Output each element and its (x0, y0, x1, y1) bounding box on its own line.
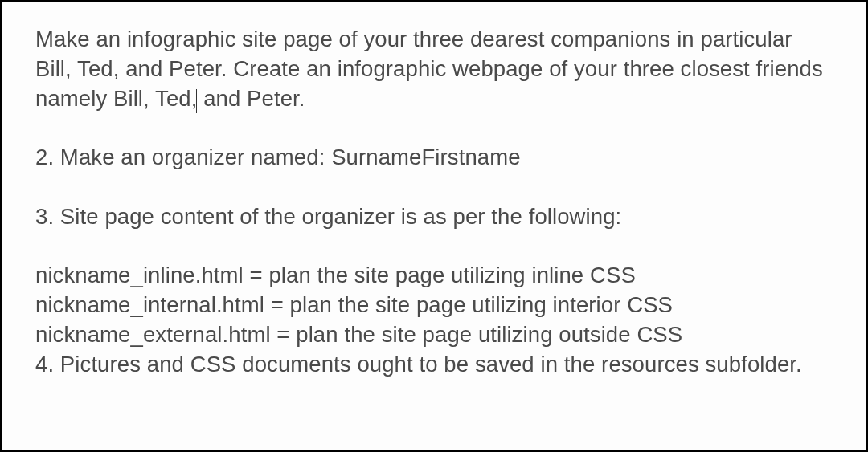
body-text: 4. Pictures and CSS documents ought to b… (35, 352, 802, 377)
paragraph-3: 3. Site page content of the organizer is… (35, 202, 833, 231)
body-text: and Peter. (197, 86, 305, 111)
body-text: 2. Make an organizer named: SurnameFirst… (35, 145, 521, 169)
body-text: Make an infographic site page of your th… (35, 26, 823, 111)
paragraph-4: nickname_inline.html = plan the site pag… (35, 260, 833, 380)
body-text: nickname_internal.html = plan the site p… (35, 292, 673, 317)
paragraph-1: Make an infographic site page of your th… (35, 24, 833, 113)
body-text: 3. Site page content of the organizer is… (35, 204, 621, 229)
body-text: nickname_external.html = plan the site p… (35, 322, 682, 347)
text-cursor (196, 89, 197, 113)
document-container: Make an infographic site page of your th… (2, 2, 866, 450)
body-text: nickname_inline.html = plan the site pag… (35, 263, 636, 287)
paragraph-2: 2. Make an organizer named: SurnameFirst… (35, 142, 833, 172)
